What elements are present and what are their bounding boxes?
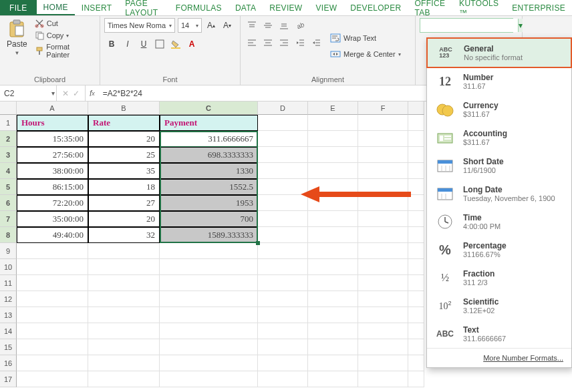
- align-middle-button[interactable]: [261, 18, 275, 33]
- row-header[interactable]: 15: [0, 339, 17, 355]
- borders-button[interactable]: [152, 37, 167, 51]
- row-header[interactable]: 6: [0, 195, 17, 211]
- tab-view[interactable]: View: [309, 0, 343, 15]
- cell[interactable]: [88, 371, 160, 387]
- cell[interactable]: [308, 291, 358, 307]
- cell[interactable]: [17, 323, 88, 339]
- cell[interactable]: [308, 115, 358, 131]
- number-format-option-general[interactable]: ABC123GeneralNo specific format: [426, 37, 572, 68]
- row-header[interactable]: 2: [0, 131, 17, 147]
- cell[interactable]: [358, 243, 408, 259]
- tab-developer[interactable]: Developer: [343, 0, 408, 15]
- cell[interactable]: [88, 275, 160, 291]
- cell[interactable]: [160, 355, 258, 371]
- cell[interactable]: [408, 227, 424, 243]
- cell[interactable]: [408, 131, 424, 147]
- paste-button[interactable]: Paste ▼: [4, 18, 30, 74]
- cell[interactable]: Hours: [17, 115, 88, 131]
- tab-office-tab[interactable]: Office Tab: [408, 0, 452, 15]
- cell[interactable]: [160, 291, 258, 307]
- font-name-select[interactable]: Times New Roma▾: [104, 18, 175, 33]
- cell[interactable]: [308, 275, 358, 291]
- cell[interactable]: [408, 243, 424, 259]
- cell[interactable]: [358, 179, 408, 195]
- cell[interactable]: [17, 275, 88, 291]
- fx-icon[interactable]: fx: [86, 85, 99, 101]
- cell[interactable]: 311.6666667: [160, 131, 258, 147]
- tab-enterprise[interactable]: Enterprise: [505, 0, 572, 15]
- merge-center-button[interactable]: Merge & Center▾: [327, 48, 404, 60]
- cell[interactable]: [258, 307, 308, 323]
- cell[interactable]: [258, 275, 308, 291]
- cell[interactable]: [258, 115, 308, 131]
- row-header[interactable]: 17: [0, 371, 17, 387]
- cell[interactable]: [358, 131, 408, 147]
- col-header-f[interactable]: F: [358, 102, 408, 115]
- font-color-button[interactable]: A: [184, 37, 199, 51]
- italic-button[interactable]: I: [120, 37, 135, 51]
- align-left-button[interactable]: [245, 35, 259, 50]
- cell[interactable]: 1589.333333: [160, 227, 258, 243]
- cell[interactable]: [408, 275, 424, 291]
- cell[interactable]: [408, 339, 424, 355]
- number-format-select[interactable]: ▾: [420, 18, 513, 33]
- name-box[interactable]: C2 ▾: [0, 85, 57, 101]
- col-header-c[interactable]: C: [160, 102, 258, 115]
- cell[interactable]: [308, 227, 358, 243]
- cell[interactable]: [408, 163, 424, 179]
- cell[interactable]: Rate: [88, 115, 160, 131]
- cell[interactable]: 698.3333333: [160, 147, 258, 163]
- cell[interactable]: [160, 259, 258, 275]
- row-header[interactable]: 13: [0, 307, 17, 323]
- cell[interactable]: [258, 211, 308, 227]
- cut-button[interactable]: Cut: [33, 18, 96, 29]
- cell[interactable]: [88, 307, 160, 323]
- cell[interactable]: 25: [88, 147, 160, 163]
- cell[interactable]: [17, 291, 88, 307]
- chevron-down-icon[interactable]: ▾: [518, 19, 523, 32]
- cell[interactable]: [17, 259, 88, 275]
- cell[interactable]: [308, 339, 358, 355]
- cell[interactable]: [17, 243, 88, 259]
- cell[interactable]: [358, 323, 408, 339]
- cell[interactable]: [258, 323, 308, 339]
- format-painter-button[interactable]: Format Painter: [33, 42, 96, 59]
- copy-button[interactable]: Copy▾: [33, 30, 96, 41]
- number-format-option-scientific[interactable]: 102Scientific3.12E+02: [427, 292, 571, 320]
- tab-kutools[interactable]: Kutools ™: [452, 0, 505, 15]
- cell[interactable]: 1552.5: [160, 179, 258, 195]
- cell[interactable]: [160, 371, 258, 387]
- cell[interactable]: [88, 243, 160, 259]
- cell[interactable]: [408, 371, 424, 387]
- cell[interactable]: [160, 323, 258, 339]
- cell[interactable]: [88, 355, 160, 371]
- tab-formulas[interactable]: Formulas: [169, 0, 229, 15]
- cell[interactable]: [408, 323, 424, 339]
- align-bottom-button[interactable]: [277, 18, 291, 33]
- row-header[interactable]: 8: [0, 227, 17, 243]
- cell[interactable]: [258, 163, 308, 179]
- row-header[interactable]: 4: [0, 163, 17, 179]
- cell[interactable]: [358, 147, 408, 163]
- cell[interactable]: 38:00:00: [17, 163, 88, 179]
- number-format-option-number[interactable]: 12Number311.67: [427, 67, 571, 95]
- number-format-option-long-date[interactable]: Long DateTuesday, November 6, 1900: [427, 180, 571, 208]
- cell[interactable]: [308, 147, 358, 163]
- cell[interactable]: [88, 339, 160, 355]
- fill-handle[interactable]: [256, 241, 260, 245]
- row-header[interactable]: 7: [0, 211, 17, 227]
- cell[interactable]: [258, 339, 308, 355]
- cell[interactable]: [358, 339, 408, 355]
- tab-home[interactable]: Home: [37, 0, 75, 15]
- grow-font-button[interactable]: A▴: [204, 18, 218, 33]
- row-header[interactable]: 14: [0, 323, 17, 339]
- cell[interactable]: 700: [160, 211, 258, 227]
- bold-button[interactable]: B: [104, 37, 119, 51]
- col-header-d[interactable]: D: [258, 102, 308, 115]
- tab-page-layout[interactable]: Page Layout: [118, 0, 168, 15]
- col-header-a[interactable]: A: [17, 102, 88, 115]
- cell[interactable]: [258, 371, 308, 387]
- cell[interactable]: [258, 243, 308, 259]
- align-top-button[interactable]: [245, 18, 259, 33]
- tab-insert[interactable]: Insert: [75, 0, 119, 15]
